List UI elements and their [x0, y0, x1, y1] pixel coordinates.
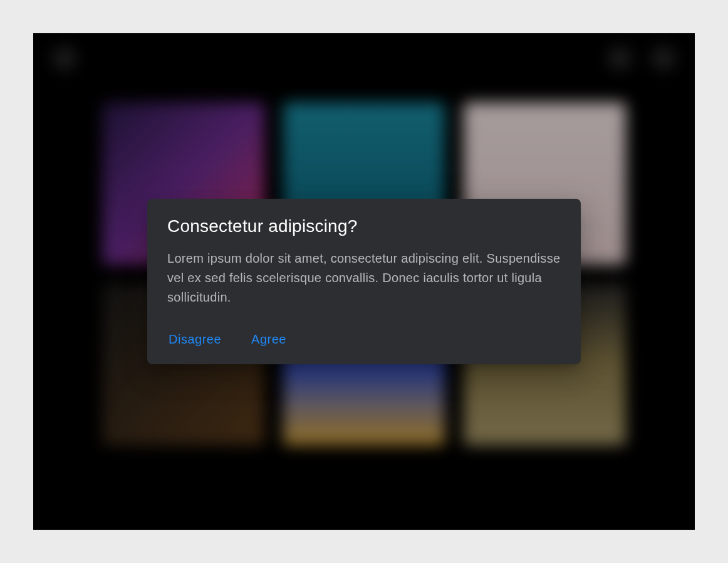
alert-dialog: Consectetur adipiscing? Lorem ipsum dolo… — [147, 199, 581, 364]
dialog-body-text: Lorem ipsum dolor sit amet, consectetur … — [167, 249, 561, 307]
agree-button[interactable]: Agree — [251, 329, 286, 350]
dialog-actions: Disagree Agree — [167, 329, 561, 350]
disagree-button[interactable]: Disagree — [169, 329, 221, 350]
dialog-title: Consectetur adipiscing? — [167, 216, 561, 236]
app-viewport: Consectetur adipiscing? Lorem ipsum dolo… — [33, 33, 695, 530]
modal-scrim[interactable]: Consectetur adipiscing? Lorem ipsum dolo… — [33, 33, 695, 530]
